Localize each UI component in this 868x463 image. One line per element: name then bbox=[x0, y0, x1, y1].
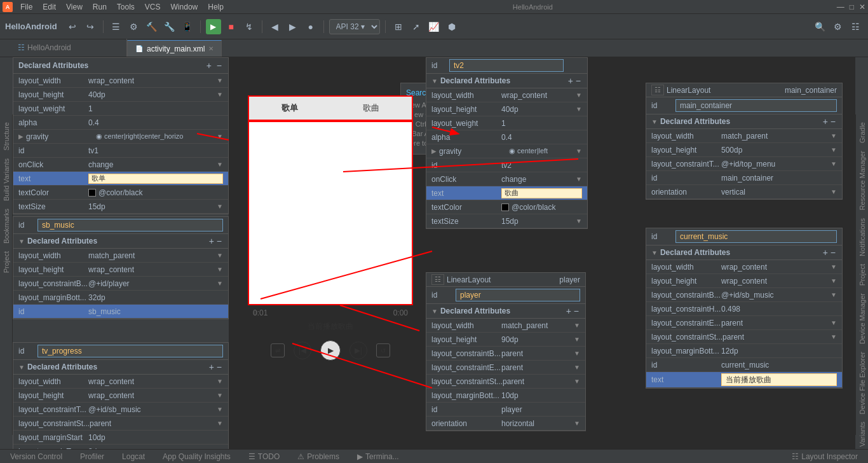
hammer-btn[interactable]: 🔨 bbox=[144, 19, 159, 34]
minimize-btn[interactable]: — bbox=[837, 3, 844, 11]
redo-btn[interactable]: ↪ bbox=[83, 19, 98, 34]
current-music-add-btn[interactable]: + bbox=[822, 247, 829, 258]
tvprogress-expand[interactable]: ▼ bbox=[18, 364, 25, 371]
recent-btn[interactable]: ● bbox=[303, 19, 318, 34]
tv2-chevron-textsize[interactable]: ▼ bbox=[576, 218, 582, 225]
tv2-chevron-width[interactable]: ▼ bbox=[576, 92, 582, 99]
mc-chevron-orientation[interactable]: ▼ bbox=[831, 188, 837, 195]
mc-chevron-height[interactable]: ▼ bbox=[831, 146, 837, 153]
status-todo[interactable]: ☰ TODO bbox=[243, 450, 285, 464]
attr-chevron-textsize[interactable]: ▼ bbox=[217, 203, 223, 210]
tv2-id-input[interactable] bbox=[449, 59, 564, 72]
tvprogress-chevron-constraintst[interactable]: ▼ bbox=[217, 420, 223, 427]
player-chevron-width[interactable]: ▼ bbox=[574, 322, 580, 329]
tv2-expand-gravity[interactable]: ▶ bbox=[431, 148, 437, 155]
menu-file[interactable]: File bbox=[15, 1, 37, 13]
menu-run[interactable]: Run bbox=[88, 1, 112, 13]
left-tool-project[interactable]: Project bbox=[1, 249, 11, 275]
chart-btn[interactable]: 📈 bbox=[426, 19, 442, 34]
sync-btn[interactable]: ⚙ bbox=[126, 19, 142, 34]
player-expand[interactable]: ▼ bbox=[431, 308, 438, 315]
right-tool-file-explorer[interactable]: Device File Explorer bbox=[857, 349, 867, 417]
share-btn[interactable]: ➚ bbox=[409, 19, 424, 34]
main-container-remove-btn[interactable]: − bbox=[829, 116, 837, 127]
player-chevron-height[interactable]: ▼ bbox=[574, 336, 580, 343]
stop-btn[interactable]: ■ bbox=[224, 19, 239, 34]
sbmusic-expand[interactable]: ▼ bbox=[18, 238, 25, 245]
attr-input-text[interactable] bbox=[88, 174, 223, 184]
cm-chevron-constraintst[interactable]: ▼ bbox=[831, 333, 837, 340]
tab-activity-main[interactable]: 📄 activity_main.xml ✕ bbox=[127, 40, 222, 57]
layout-inspector-status[interactable]: ☷ Layout Inspector bbox=[787, 450, 863, 464]
debug-btn[interactable]: 🔧 bbox=[162, 19, 177, 34]
current-music-expand[interactable]: ▼ bbox=[651, 249, 658, 256]
sbmusic-chevron-height[interactable]: ▼ bbox=[217, 266, 223, 273]
current-music-id-input[interactable] bbox=[675, 230, 837, 243]
cm-attr-input-text[interactable] bbox=[721, 373, 837, 386]
right-tool-notifications[interactable]: Notifications bbox=[857, 216, 867, 259]
attr-chevron-layout-width[interactable]: ▼ bbox=[217, 77, 223, 84]
tvprogress-add-btn[interactable]: + bbox=[208, 362, 215, 372]
close-btn[interactable]: ✕ bbox=[859, 3, 865, 11]
panel-tv1-remove-btn[interactable]: − bbox=[215, 60, 223, 71]
layout-btn[interactable]: ☷ bbox=[848, 19, 863, 34]
ctrl-repeat-btn[interactable]: ↺ bbox=[376, 343, 390, 357]
project-panel-tab[interactable]: ☷ HelloAndroid bbox=[13, 39, 127, 57]
tvprogress-remove-btn[interactable]: − bbox=[215, 362, 223, 372]
menu-help[interactable]: Help bbox=[203, 1, 229, 13]
player-remove-btn[interactable]: − bbox=[573, 306, 580, 316]
sbmusic-id-input[interactable] bbox=[37, 219, 223, 232]
ctrl-shuffle-btn[interactable]: ⇌ bbox=[271, 343, 285, 357]
cm-chevron-height[interactable]: ▼ bbox=[831, 277, 837, 284]
panel-tv1-add-btn[interactable]: + bbox=[205, 60, 213, 71]
player-chevron-constraintst[interactable]: ▼ bbox=[574, 378, 580, 385]
main-container-id-input[interactable] bbox=[675, 99, 837, 112]
player-id-input[interactable] bbox=[456, 289, 580, 301]
left-tool-build[interactable]: Build Variants bbox=[1, 156, 11, 204]
right-tool-device-mgr[interactable]: Device Manager bbox=[857, 291, 867, 347]
player-add-btn[interactable]: + bbox=[565, 306, 573, 316]
sbmusic-add-btn[interactable]: + bbox=[208, 236, 215, 246]
menu-vcs[interactable]: VCS bbox=[140, 1, 166, 13]
hex-btn[interactable]: ⬢ bbox=[444, 19, 459, 34]
tvprogress-chevron-constraintt[interactable]: ▼ bbox=[217, 406, 223, 413]
mc-chevron-constraintt[interactable]: ▼ bbox=[831, 160, 837, 167]
ctrl-next-btn[interactable]: ▶| bbox=[349, 342, 367, 359]
mc-chevron-width[interactable]: ▼ bbox=[831, 132, 837, 139]
api-selector[interactable]: API 32 ▾ bbox=[329, 19, 380, 34]
cm-chevron-width[interactable]: ▼ bbox=[831, 263, 837, 270]
left-tool-structure[interactable]: Structure bbox=[1, 120, 11, 153]
attr-chevron-gravity[interactable]: ▼ bbox=[217, 133, 223, 140]
status-logcat[interactable]: Logcat bbox=[117, 450, 150, 464]
sbmusic-remove-btn[interactable]: − bbox=[215, 236, 223, 246]
ctrl-prev-btn[interactable]: |◀ bbox=[294, 342, 311, 359]
menu-tools[interactable]: Tools bbox=[112, 1, 140, 13]
attr-chevron-onclick[interactable]: ▼ bbox=[217, 161, 223, 168]
status-version-control[interactable]: Version Control bbox=[5, 450, 67, 464]
tab-close-btn[interactable]: ✕ bbox=[208, 45, 214, 52]
left-tool-bookmarks[interactable]: Bookmarks bbox=[1, 206, 11, 246]
tvprogress-id-input[interactable] bbox=[37, 345, 223, 357]
build-btn[interactable]: ☰ bbox=[109, 19, 124, 34]
tvprogress-chevron-width[interactable]: ▼ bbox=[217, 378, 223, 385]
maximize-btn[interactable]: □ bbox=[850, 3, 854, 11]
player-chevron-orientation[interactable]: ▼ bbox=[574, 420, 580, 427]
current-music-remove-btn[interactable]: − bbox=[829, 247, 837, 258]
right-tool-resource[interactable]: Resource Manager bbox=[857, 148, 867, 213]
nav-btn1[interactable]: ◀ bbox=[268, 19, 283, 34]
settings-btn[interactable]: ⚙ bbox=[830, 19, 845, 34]
player-chevron-constrainte[interactable]: ▼ bbox=[574, 364, 580, 371]
tv2-expand[interactable]: ▼ bbox=[431, 78, 438, 85]
expand-arrow-gravity[interactable]: ▶ bbox=[18, 133, 24, 140]
player-chevron-constraintb[interactable]: ▼ bbox=[574, 350, 580, 357]
tvprogress-chevron-height[interactable]: ▼ bbox=[217, 392, 223, 399]
tv2-chevron-gravity[interactable]: ▼ bbox=[576, 148, 582, 155]
grid-btn[interactable]: ⊞ bbox=[391, 19, 406, 34]
ctrl-play-btn[interactable]: ▶ bbox=[320, 340, 341, 361]
tv2-add-btn[interactable]: + bbox=[567, 76, 574, 86]
tv2-remove-btn[interactable]: − bbox=[574, 76, 582, 86]
attach-btn[interactable]: ↯ bbox=[241, 19, 257, 34]
cm-chevron-constraintb[interactable]: ▼ bbox=[831, 291, 837, 298]
right-tool-project[interactable]: Project bbox=[857, 261, 867, 288]
attr-chevron-layout-height[interactable]: ▼ bbox=[217, 91, 223, 98]
